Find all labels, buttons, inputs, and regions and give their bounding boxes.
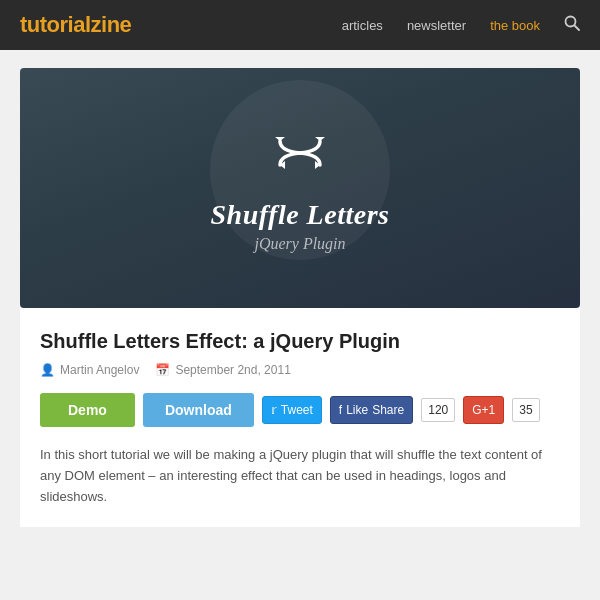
tweet-bird-icon: 𝕣 [271,403,277,417]
search-icon [564,15,580,31]
site-header: tutorialzine articles newsletter the boo… [0,0,600,50]
download-button[interactable]: Download [143,393,254,427]
tweet-label: Tweet [281,403,313,417]
article-content: Shuffle Letters Effect: a jQuery Plugin … [20,308,580,527]
gplus-label: G+1 [472,403,495,417]
date-info: 📅 September 2nd, 2011 [155,363,290,377]
article-body: In this short tutorial we will be making… [40,445,560,507]
fb-count-badge: 120 [421,398,455,422]
search-button[interactable] [564,15,580,35]
fb-icon: f [339,403,342,417]
svg-line-1 [575,26,580,31]
svg-marker-4 [315,137,325,141]
svg-marker-5 [275,137,285,141]
shuffle-icon [270,123,330,183]
main-nav: articles newsletter the book [342,15,580,35]
site-logo: tutorialzine [20,12,131,38]
nav-newsletter[interactable]: newsletter [407,18,466,33]
nav-the-book[interactable]: the book [490,18,540,33]
author-icon: 👤 [40,363,55,377]
article-title: Shuffle Letters Effect: a jQuery Plugin [40,330,560,353]
logo-zine: zine [91,12,132,37]
logo-tutorial: tutorial [20,12,91,37]
author-info: 👤 Martin Angelov [40,363,139,377]
gplus-button[interactable]: G+1 [463,396,504,424]
tweet-button[interactable]: 𝕣 Tweet [262,396,322,424]
calendar-icon: 📅 [155,363,170,377]
fb-like-label: Like [346,403,368,417]
fb-share-label: Share [372,403,404,417]
gplus-count-badge: 35 [512,398,539,422]
hero-subtitle: jQuery Plugin [254,235,345,253]
demo-button[interactable]: Demo [40,393,135,427]
action-buttons-row: Demo Download 𝕣 Tweet f Like Share 120 G… [40,393,560,427]
article-meta: 👤 Martin Angelov 📅 September 2nd, 2011 [40,363,560,377]
hero-title: Shuffle Letters [211,199,390,231]
hero-section: Shuffle Letters jQuery Plugin [20,68,580,308]
author-name: Martin Angelov [60,363,139,377]
fb-like-button[interactable]: f Like Share [330,396,413,424]
nav-articles[interactable]: articles [342,18,383,33]
publish-date: September 2nd, 2011 [175,363,290,377]
